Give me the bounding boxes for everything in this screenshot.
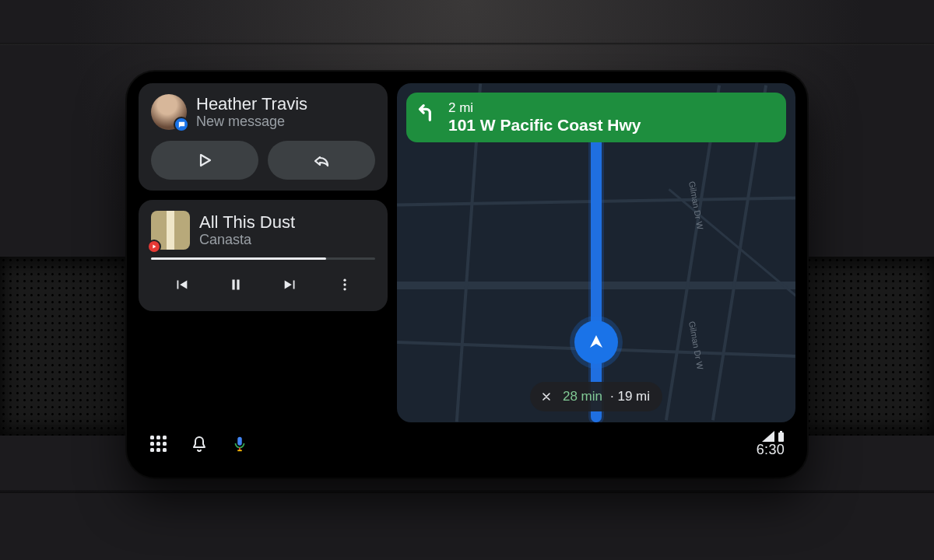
eta-time: 28 min: [563, 389, 602, 404]
turn-road: 101 W Pacific Coast Hwy: [448, 116, 641, 135]
skip-next-icon: [282, 276, 299, 293]
dashboard-trim: [0, 43, 934, 45]
svg-point-2: [343, 288, 346, 290]
mic-icon: [231, 436, 248, 453]
svg-point-0: [343, 279, 346, 282]
bell-icon: [190, 435, 209, 453]
battery-icon: [778, 431, 785, 442]
svg-rect-5: [780, 431, 782, 432]
navigation-card[interactable]: Gilman Dr W Gilman Dr W 2 mi 101 W Pacif…: [397, 83, 795, 422]
app-launcher-button[interactable]: [149, 435, 168, 453]
message-subtitle: New message: [196, 114, 307, 130]
apps-grid-icon: [150, 436, 167, 453]
close-eta-button[interactable]: [538, 388, 555, 405]
current-location-chevron: [574, 320, 618, 364]
turn-banner[interactable]: 2 mi 101 W Pacific Coast Hwy: [406, 93, 786, 142]
more-vert-icon: [337, 277, 353, 292]
messages-card[interactable]: Heather Travis New message: [139, 83, 388, 191]
eta-distance: · 19 mi: [610, 389, 650, 404]
svg-rect-4: [778, 432, 784, 442]
media-source-badge-icon: [147, 240, 161, 254]
play-pause-button[interactable]: [220, 269, 251, 300]
playback-progress[interactable]: [151, 257, 375, 260]
pause-icon: [227, 276, 244, 293]
dashboard-trim-lower: [0, 490, 934, 493]
svg-point-1: [343, 283, 346, 285]
avatar: [151, 94, 187, 130]
clock: 6:30: [757, 442, 785, 458]
assistant-button[interactable]: [230, 435, 249, 453]
status-icons: [762, 431, 785, 442]
reply-button[interactable]: [268, 141, 375, 180]
next-track-button[interactable]: [275, 269, 306, 300]
system-navbar: 6:30: [139, 422, 795, 466]
notifications-button[interactable]: [190, 435, 209, 453]
message-sender: Heather Travis: [196, 94, 307, 114]
skip-previous-icon: [173, 276, 190, 293]
messages-app-badge-icon: [174, 117, 189, 132]
media-card[interactable]: All This Dust Canasta: [139, 200, 388, 311]
previous-track-button[interactable]: [166, 269, 197, 300]
turn-distance: 2 mi: [448, 100, 641, 116]
route-line: [591, 130, 602, 422]
reply-icon: [312, 151, 331, 170]
album-art: [151, 211, 190, 250]
more-options-button[interactable]: [329, 269, 360, 300]
turn-left-icon: [417, 102, 439, 124]
track-title: All This Dust: [199, 212, 295, 232]
track-artist: Canasta: [199, 232, 295, 248]
infotainment-screen: Heather Travis New message: [127, 72, 807, 478]
play-message-button[interactable]: [151, 141, 258, 180]
svg-rect-3: [237, 437, 242, 446]
signal-icon: [762, 431, 774, 442]
eta-pill[interactable]: 28 min · 19 mi: [530, 382, 662, 411]
play-icon: [195, 151, 214, 170]
close-icon: [540, 390, 553, 403]
